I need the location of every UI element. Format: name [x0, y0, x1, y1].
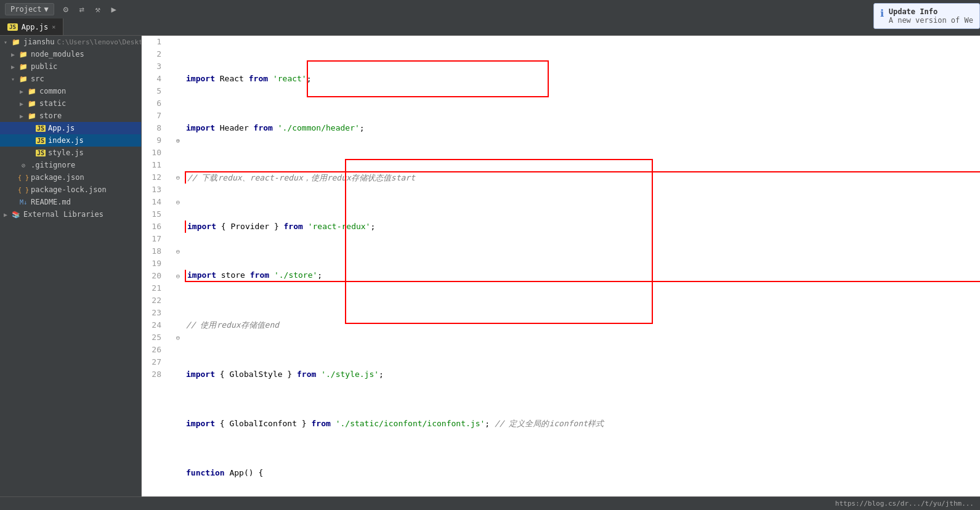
git-icon: ⊘	[18, 160, 28, 170]
fg-7	[172, 110, 184, 122]
external-icon: 📚	[11, 209, 21, 219]
settings-icon[interactable]: ⚙	[59, 2, 73, 16]
folder-icon-root: 📁	[11, 37, 21, 47]
sidebar-item-package-lock-json[interactable]: { } package-lock.json	[0, 184, 141, 196]
tree-arrow-public: ▶	[11, 63, 18, 70]
sidebar-label-app-js: App.js	[48, 124, 75, 132]
project-name: jianshu	[23, 38, 55, 46]
sidebar-item-src[interactable]: ▾ 📁 src	[0, 73, 141, 85]
ln-18: 18	[142, 245, 166, 257]
folder-icon-src: 📁	[18, 74, 28, 84]
sidebar: ▾ 📁 jianshu C:\Users\lenovo\Desktop\re ▶…	[0, 36, 142, 496]
project-label: Project	[10, 5, 42, 14]
update-info-subtitle: A new version of We	[889, 16, 973, 25]
sidebar-item-index-js[interactable]: JS index.js	[0, 134, 141, 147]
ln-25: 25	[142, 331, 166, 344]
code-area: 1 2 3 4 5 6 7 8 9 10 11 12 13 14 15 16 1…	[142, 36, 980, 496]
fg-20[interactable]: ⊖	[172, 270, 184, 282]
folder-icon-node-modules: 📁	[18, 49, 28, 59]
sidebar-label-gitignore: .gitignore	[31, 161, 75, 169]
ln-26: 26	[142, 344, 166, 356]
tree-arrow-static: ▶	[20, 100, 27, 107]
fg-2	[172, 48, 184, 60]
folder-icon-public: 📁	[18, 62, 28, 71]
code-line-5: import store from './store';	[185, 270, 980, 282]
code-content[interactable]: import React from 'react'; import Header…	[184, 36, 980, 496]
ln-6: 6	[142, 97, 166, 110]
tree-arrow-root: ▾	[4, 39, 11, 46]
sidebar-item-external-libraries[interactable]: ▶ 📚 External Libraries	[0, 208, 141, 221]
update-info-panel[interactable]: ℹ Update Info A new version of We	[873, 3, 980, 29]
line-numbers: 1 2 3 4 5 6 7 8 9 10 11 12 13 14 15 16 1…	[142, 36, 172, 496]
ln-16: 16	[142, 221, 166, 233]
sidebar-item-gitignore[interactable]: ⊘ .gitignore	[0, 159, 141, 171]
sidebar-label-static: static	[39, 99, 66, 108]
tree-arrow-external: ▶	[4, 211, 11, 218]
ln-4: 4	[142, 73, 166, 85]
sidebar-label-index-js: index.js	[48, 136, 84, 145]
tree-arrow-node-modules: ▶	[11, 51, 18, 58]
fg-14[interactable]: ⊖	[172, 196, 184, 208]
fg-11	[172, 159, 184, 171]
ln-2: 2	[142, 48, 166, 60]
fg-22	[172, 294, 184, 307]
tree-arrow-store: ▶	[20, 113, 27, 119]
sidebar-item-store[interactable]: ▶ 📁 store	[0, 110, 141, 122]
fg-6	[172, 97, 184, 110]
code-line-3: // 下载redux、react-redux，使用redux存储状态值start	[185, 171, 980, 184]
ln-5: 5	[142, 85, 166, 97]
sidebar-label-src: src	[31, 75, 44, 83]
ln-1: 1	[142, 36, 166, 48]
sidebar-item-public[interactable]: ▶ 📁 public	[0, 60, 141, 73]
code-editor[interactable]: 1 2 3 4 5 6 7 8 9 10 11 12 13 14 15 16 1…	[142, 36, 980, 496]
status-bar: https://blog.cs/dr.../t/yu/jthm...	[0, 496, 980, 510]
ln-10: 10	[142, 147, 166, 159]
update-info-title: Update Info	[889, 7, 973, 16]
js-icon-app: JS	[36, 123, 46, 133]
sidebar-label-store: store	[39, 111, 62, 120]
ln-24: 24	[142, 319, 166, 331]
fg-24	[172, 319, 184, 331]
build-icon[interactable]: ⚒	[91, 2, 105, 16]
sidebar-item-node-modules[interactable]: ▶ 📁 node_modules	[0, 48, 141, 60]
sidebar-label-style-js: style.js	[48, 148, 84, 157]
toolbar-icons: ⚙ ⇄ ⚒ ▶	[59, 2, 121, 16]
fg-18[interactable]: ⊖	[172, 245, 184, 257]
sidebar-item-package-json[interactable]: { } package.json	[0, 171, 141, 184]
fg-25[interactable]: ⊖	[172, 331, 184, 344]
sidebar-item-app-js[interactable]: JS App.js	[0, 122, 141, 134]
tab-bar: JS App.js ✕	[0, 18, 980, 36]
tab-app-js[interactable]: JS App.js ✕	[0, 18, 63, 35]
fg-13	[172, 184, 184, 196]
fg-3	[172, 60, 184, 73]
folder-icon-static: 📁	[27, 99, 37, 108]
folder-icon-store: 📁	[27, 111, 37, 121]
fg-5	[172, 85, 184, 97]
fg-4	[172, 73, 184, 85]
fg-9[interactable]: ⊕	[172, 134, 184, 147]
update-info-text: Update Info A new version of We	[889, 7, 973, 25]
tab-close-button[interactable]: ✕	[52, 23, 55, 30]
sync-icon[interactable]: ⇄	[75, 2, 89, 16]
run-icon[interactable]: ▶	[107, 2, 121, 16]
sidebar-item-style-js[interactable]: JS style.js	[0, 147, 141, 159]
fg-21	[172, 282, 184, 294]
sidebar-item-static[interactable]: ▶ 📁 static	[0, 97, 141, 110]
fg-8	[172, 122, 184, 134]
fg-12[interactable]: ⊖	[172, 171, 184, 184]
project-dropdown[interactable]: Project ▼	[5, 3, 54, 15]
fg-27	[172, 356, 184, 368]
sidebar-label-package-lock: package-lock.json	[31, 185, 107, 194]
sidebar-project-root[interactable]: ▾ 📁 jianshu C:\Users\lenovo\Desktop\re	[0, 36, 141, 48]
sidebar-item-common[interactable]: ▶ 📁 common	[0, 85, 141, 97]
ln-11: 11	[142, 159, 166, 171]
code-line-8: import { GlobalIconfont } from './static…	[184, 418, 980, 430]
md-icon: M↓	[18, 197, 28, 207]
sidebar-item-readme[interactable]: M↓ README.md	[0, 196, 141, 208]
top-toolbar: Project ▼ ⚙ ⇄ ⚒ ▶	[0, 0, 980, 18]
sidebar-label-readme: README.md	[31, 198, 71, 206]
js-icon-index: JS	[36, 136, 46, 145]
code-line-2: import Header from './common/header';	[184, 122, 980, 134]
fg-1	[172, 36, 184, 48]
ln-15: 15	[142, 208, 166, 221]
